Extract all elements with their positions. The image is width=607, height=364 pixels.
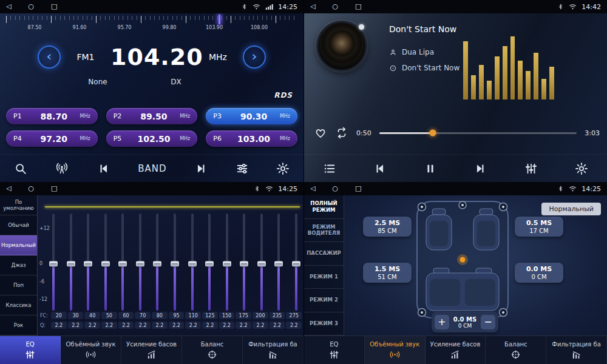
search-icon[interactable] <box>14 162 27 175</box>
band-button[interactable]: BAND <box>138 163 166 174</box>
settings-gear-icon[interactable] <box>575 162 588 175</box>
previous-icon[interactable] <box>97 162 110 175</box>
delay-decrease-button[interactable]: − <box>481 315 495 329</box>
nav-back-icon[interactable]: ◁ <box>310 0 315 13</box>
previous-icon[interactable] <box>373 162 387 175</box>
eq-slider-knob[interactable] <box>240 261 248 267</box>
mode-3[interactable]: РЕЖИМ 3 <box>304 312 344 336</box>
eq-slider-knob[interactable] <box>223 261 231 267</box>
mode-1[interactable]: РЕЖИМ 1 <box>304 266 344 289</box>
eq-band-slider[interactable] <box>101 214 110 311</box>
eq-slider-knob[interactable] <box>49 261 58 267</box>
favorite-heart-icon[interactable] <box>314 126 327 140</box>
eq-band-slider[interactable] <box>135 214 145 311</box>
profile-button[interactable]: Нормальный <box>541 203 601 215</box>
nav-home-icon[interactable]: ○ <box>28 182 34 195</box>
equalizer-icon[interactable] <box>524 162 538 175</box>
eq-preset-jazz[interactable]: Джаз <box>0 255 37 275</box>
eq-slider-knob[interactable] <box>188 261 197 267</box>
eq-slider-knob[interactable] <box>136 261 144 267</box>
eq-preset-default[interactable]: По умолчанию <box>0 195 37 215</box>
nav-recents-icon[interactable]: □ <box>355 0 361 13</box>
eq-band-slider[interactable] <box>118 214 127 311</box>
tab-bass-boost[interactable]: Усиление басов <box>426 336 486 364</box>
eq-band-slider[interactable] <box>257 214 266 311</box>
eq-slider-knob[interactable] <box>67 261 75 267</box>
tune-down-button[interactable]: ‹ <box>38 46 61 69</box>
eq-band-slider[interactable] <box>274 214 283 311</box>
delay-rear-right[interactable]: 0.0 MS 0 CM <box>515 263 563 283</box>
eq-preset-pop[interactable]: Поп <box>0 275 37 295</box>
eq-preset-custom[interactable]: Обычай <box>0 215 37 235</box>
eq-slider-knob[interactable] <box>171 261 179 267</box>
next-icon[interactable] <box>473 162 487 175</box>
eq-slider-knob[interactable] <box>153 261 161 267</box>
eq-band-slider[interactable] <box>239 214 249 311</box>
nav-back-icon[interactable]: ◁ <box>6 0 11 13</box>
preset-button-p2[interactable]: P2 89.50 MHz <box>106 108 198 124</box>
eq-preset-normal[interactable]: Нормальный <box>0 235 37 255</box>
tab-filter[interactable]: Фильтрация ба <box>546 336 607 364</box>
audio-visualizer <box>463 36 554 99</box>
nav-home-icon[interactable]: ○ <box>28 0 34 13</box>
progress-track[interactable] <box>379 132 577 134</box>
preset-button-p4[interactable]: P4 97.20 MHz <box>6 130 98 147</box>
status-indicators: 14:25 <box>254 184 297 193</box>
nav-back-icon[interactable]: ◁ <box>310 182 315 195</box>
eq-band-slider[interactable] <box>49 214 58 311</box>
delay-front-left[interactable]: 2.5 MS 85 CM <box>363 217 412 237</box>
nav-back-icon[interactable]: ◁ <box>6 182 11 195</box>
eq-slider-knob[interactable] <box>205 261 214 267</box>
mode-full[interactable]: ПОЛНЫЙ РЕЖИМ <box>304 195 344 219</box>
eq-preset-rock[interactable]: Рок <box>0 315 37 335</box>
mode-passenger[interactable]: ПАССАЖИР <box>304 242 344 266</box>
nav-home-icon[interactable]: ○ <box>332 0 338 13</box>
preset-button-p1[interactable]: P1 88.70 MHz <box>6 108 98 124</box>
nav-home-icon[interactable]: ○ <box>332 182 338 195</box>
eq-preset-classic[interactable]: Классика <box>0 295 37 315</box>
next-icon[interactable] <box>194 162 208 175</box>
tab-balance[interactable]: Баланс <box>182 336 243 364</box>
nav-recents-icon[interactable]: □ <box>51 0 57 13</box>
tab-surround-sound[interactable]: Объёмный звук <box>61 336 121 364</box>
mixer-icon[interactable] <box>236 162 249 175</box>
preset-button-p5[interactable]: P5 102.50 MHz <box>106 130 198 147</box>
tab-filter[interactable]: Фильтрация ба <box>243 336 304 364</box>
eq-slider-knob[interactable] <box>84 261 92 267</box>
tab-eq[interactable]: EQ <box>0 336 61 364</box>
delay-rear-left[interactable]: 1.5 MS 51 CM <box>363 263 412 283</box>
mode-driver[interactable]: РЕЖИМ ВОДИТЕЛЯ <box>304 219 344 243</box>
preset-button-p6[interactable]: P6 103.00 MHz <box>206 130 297 147</box>
eq-band-slider[interactable] <box>291 214 301 311</box>
tab-bass-boost[interactable]: Усиление басов <box>121 336 182 364</box>
broadcast-icon[interactable] <box>55 162 69 175</box>
frequency-ruler[interactable]: 87.5091.6095.7099.80103.90108.00 <box>6 16 297 36</box>
eq-band-slider[interactable] <box>66 214 76 311</box>
tab-eq[interactable]: EQ <box>304 336 365 364</box>
eq-band-slider[interactable] <box>170 214 180 311</box>
repeat-icon[interactable] <box>335 126 348 140</box>
settings-gear-icon[interactable] <box>276 162 290 175</box>
nav-recents-icon[interactable]: □ <box>51 182 57 195</box>
eq-slider-knob[interactable] <box>118 261 127 267</box>
delay-front-right[interactable]: 0.5 MS 17 CM <box>515 217 563 237</box>
eq-slider-knob[interactable] <box>101 261 110 267</box>
eq-band-slider[interactable] <box>83 214 93 311</box>
eq-slider-knob[interactable] <box>257 261 266 267</box>
delay-increase-button[interactable]: + <box>435 315 449 329</box>
eq-slider-knob[interactable] <box>292 261 300 267</box>
eq-slider-knob[interactable] <box>274 261 283 267</box>
playlist-icon[interactable] <box>323 162 336 175</box>
tab-balance[interactable]: Баланс <box>486 336 546 364</box>
progress-knob[interactable] <box>429 130 436 136</box>
preset-button-p3[interactable]: P3 90.30 MHz <box>206 108 297 124</box>
tune-up-button[interactable]: › <box>243 46 266 69</box>
eq-band-slider[interactable] <box>222 214 232 311</box>
eq-band-slider[interactable] <box>152 214 162 311</box>
eq-band-slider[interactable] <box>188 214 197 311</box>
eq-band-slider[interactable] <box>205 214 214 311</box>
nav-recents-icon[interactable]: □ <box>355 182 361 195</box>
tab-surround-sound[interactable]: Объёмный звук <box>365 336 426 364</box>
mode-2[interactable]: РЕЖИМ 2 <box>304 289 344 312</box>
pause-icon[interactable] <box>424 162 436 175</box>
